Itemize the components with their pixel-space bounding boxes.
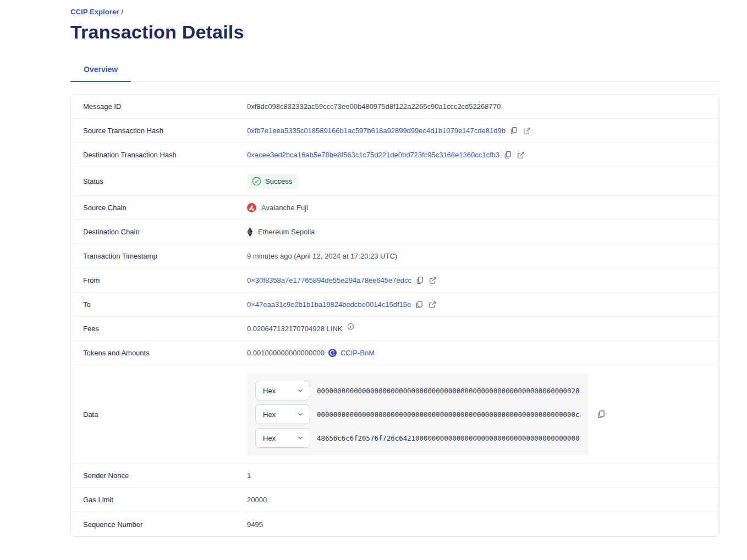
sequence-number-value: 9495 bbox=[247, 520, 263, 529]
row-sequence-number: Sequence Number 9495 bbox=[71, 512, 719, 536]
transaction-details-card: Message ID 0xf8dc098c832332ac59ccc73ee00… bbox=[70, 94, 719, 537]
from-external-button[interactable] bbox=[429, 277, 437, 284]
fees-label: Fees bbox=[71, 325, 247, 333]
row-timestamp: Transaction Timestamp 9 minutes ago (Apr… bbox=[71, 244, 719, 268]
row-data: Data Hex 0000000000000000 bbox=[71, 365, 719, 464]
to-label: To bbox=[71, 300, 247, 309]
data-format-select-value: Hex bbox=[263, 410, 276, 419]
data-line: Hex 000000000000000000000000000000000000… bbox=[255, 381, 580, 400]
copy-icon bbox=[415, 300, 423, 309]
source-tx-hash-label: Source Transaction Hash bbox=[71, 127, 247, 135]
source-tx-hash-external-button[interactable] bbox=[523, 127, 531, 135]
row-tokens-and-amounts: Tokens and Amounts 0.001000000000000000 … bbox=[71, 341, 719, 365]
gas-limit-value: 20000 bbox=[247, 496, 267, 504]
status-badge: Success bbox=[247, 174, 299, 189]
source-tx-hash-link[interactable]: 0xfb7e1eea5335c018589166b1ac597b618a9289… bbox=[247, 127, 506, 135]
row-to: To 0×47eaa31c9e2b1b1ba19824bedcbe0014c15… bbox=[71, 293, 719, 317]
copy-icon bbox=[416, 276, 424, 284]
external-link-icon bbox=[523, 127, 531, 135]
breadcrumb: CCIP Explorer/ bbox=[70, 8, 719, 16]
token-amount: 0.001000000000000000 bbox=[247, 349, 325, 357]
dest-tx-hash-link[interactable]: 0xacee3ed2bca16ab5e78be8f563c1c75d221de0… bbox=[247, 151, 499, 159]
dest-chain-name: Ethereum Sepolia bbox=[258, 228, 315, 236]
breadcrumb-separator: / bbox=[121, 8, 123, 16]
copy-icon bbox=[597, 410, 605, 419]
source-chain-name: Avalanche Fuji bbox=[261, 204, 308, 212]
external-link-icon bbox=[429, 301, 436, 309]
page-title: Transaction Details bbox=[70, 21, 719, 43]
ccip-token-icon bbox=[328, 349, 337, 357]
source-chain-label: Source Chain bbox=[71, 204, 247, 212]
data-format-select[interactable]: Hex bbox=[255, 428, 310, 448]
row-fees: Fees 0.020647132170704928 LINK bbox=[71, 317, 719, 341]
message-id-value: 0xf8dc098c832332ac59ccc73ee00b480975d8f1… bbox=[247, 102, 501, 111]
data-line: Hex 48656c6c6f20576f726c6421000000000000… bbox=[255, 428, 580, 448]
from-copy-button[interactable] bbox=[416, 276, 424, 284]
data-copy-button[interactable] bbox=[597, 410, 605, 419]
chevron-down-icon bbox=[296, 434, 304, 442]
transaction-details-page: CCIP Explorer/ Transaction Details Overv… bbox=[0, 0, 747, 537]
copy-icon bbox=[504, 151, 512, 159]
from-label: From bbox=[71, 276, 247, 284]
data-format-select-value: Hex bbox=[263, 387, 276, 395]
sender-nonce-label: Sender Nonce bbox=[71, 471, 247, 480]
token-name-link[interactable]: CCIP-BnM bbox=[340, 349, 375, 357]
data-format-select-value: Hex bbox=[263, 434, 276, 442]
row-source-tx-hash: Source Transaction Hash 0xfb7e1eea5335c0… bbox=[71, 119, 719, 143]
breadcrumb-ccip-explorer-link[interactable]: CCIP Explorer bbox=[70, 8, 119, 16]
to-address-link[interactable]: 0×47eaa31c9e2b1b1ba19824bedcbe0014c15df1… bbox=[247, 300, 411, 309]
row-dest-chain: Destination Chain Ethereum Sepolia bbox=[71, 220, 719, 244]
dest-chain-label: Destination Chain bbox=[71, 228, 247, 236]
status-badge-text: Success bbox=[265, 177, 292, 185]
data-line: Hex 000000000000000000000000000000000000… bbox=[255, 404, 580, 424]
message-id-label: Message ID bbox=[71, 102, 247, 111]
chevron-down-icon bbox=[296, 387, 304, 394]
external-link-icon bbox=[517, 151, 525, 159]
check-circle-icon bbox=[252, 177, 261, 186]
dest-tx-hash-copy-button[interactable] bbox=[504, 151, 512, 159]
tab-overview[interactable]: Overview bbox=[70, 65, 131, 82]
row-status: Status Success bbox=[71, 167, 719, 196]
external-link-icon bbox=[429, 277, 437, 284]
gas-limit-label: Gas Limit bbox=[71, 496, 247, 504]
data-hex-word: 0000000000000000000000000000000000000000… bbox=[317, 410, 579, 419]
data-hex-word: 48656c6c6f20576f726c64210000000000000000… bbox=[317, 434, 579, 442]
fees-value: 0.020647132170704928 LINK bbox=[247, 325, 343, 333]
sender-nonce-value: 1 bbox=[247, 471, 251, 480]
avalanche-logo-icon bbox=[247, 203, 256, 212]
row-dest-tx-hash: Destination Transaction Hash 0xacee3ed2b… bbox=[71, 143, 719, 167]
ethereum-logo-icon bbox=[247, 227, 253, 237]
data-hex-panel: Hex 000000000000000000000000000000000000… bbox=[247, 373, 588, 455]
dest-tx-hash-external-button[interactable] bbox=[517, 151, 525, 159]
tokens-label: Tokens and Amounts bbox=[71, 349, 247, 357]
to-copy-button[interactable] bbox=[415, 300, 423, 309]
timestamp-label: Transaction Timestamp bbox=[71, 252, 247, 260]
row-source-chain: Source Chain Avalanche Fuji bbox=[71, 196, 719, 220]
tab-bar: Overview bbox=[70, 65, 719, 82]
timestamp-value: 9 minutes ago (April 12, 2024 at 17:20:2… bbox=[247, 252, 397, 260]
row-gas-limit: Gas Limit 20000 bbox=[71, 488, 719, 512]
chevron-down-icon bbox=[296, 410, 304, 418]
row-message-id: Message ID 0xf8dc098c832332ac59ccc73ee00… bbox=[71, 95, 719, 119]
from-address-link[interactable]: 0×30f8358a7e17765894de55e294a78ee645e7ed… bbox=[247, 276, 411, 284]
source-tx-hash-copy-button[interactable] bbox=[510, 127, 518, 135]
row-from: From 0×30f8358a7e17765894de55e294a78ee64… bbox=[71, 268, 719, 293]
copy-icon bbox=[510, 127, 518, 135]
dest-tx-hash-label: Destination Transaction Hash bbox=[71, 151, 247, 159]
to-external-button[interactable] bbox=[429, 301, 436, 309]
status-label: Status bbox=[71, 177, 247, 185]
data-format-select[interactable]: Hex bbox=[255, 381, 310, 400]
info-icon[interactable] bbox=[347, 323, 354, 330]
data-label: Data bbox=[71, 410, 247, 419]
row-sender-nonce: Sender Nonce 1 bbox=[71, 464, 719, 488]
data-format-select[interactable]: Hex bbox=[255, 404, 310, 424]
sequence-number-label: Sequence Number bbox=[71, 520, 247, 529]
data-hex-word: 0000000000000000000000000000000000000000… bbox=[317, 387, 579, 395]
